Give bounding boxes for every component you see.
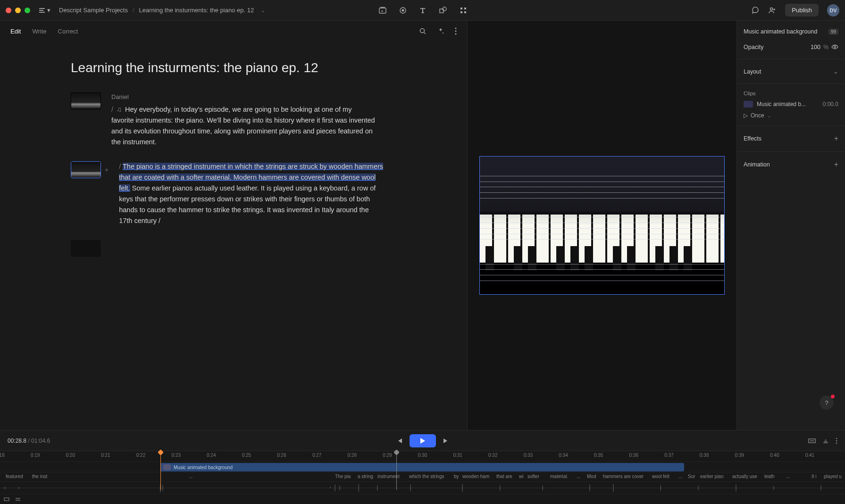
transcript-word[interactable]: the inst (32, 474, 47, 479)
chevron-down-icon[interactable]: ⌄ (260, 7, 266, 14)
search-icon[interactable] (419, 27, 427, 35)
transcript-word[interactable]: wi (519, 474, 523, 479)
playhead-marker[interactable] (160, 451, 161, 490)
comments-icon[interactable] (752, 6, 760, 14)
titlebar: ▾ Descript Sample Projects / Learning th… (0, 0, 845, 21)
more-vertical-icon[interactable] (836, 438, 837, 444)
collapse-track-icon[interactable] (4, 496, 9, 502)
properties-panel: Music animated background 99 Opacity 100… (736, 21, 845, 430)
maximize-window-icon[interactable] (25, 8, 30, 13)
record-icon[interactable] (399, 7, 407, 14)
window-controls (6, 8, 30, 13)
add-scene-icon[interactable]: + (105, 166, 109, 174)
page-title[interactable]: Learning the insturments: the piano ep. … (71, 60, 410, 75)
add-animation-icon[interactable]: + (834, 160, 838, 169)
timecode: 00:28.8 / 01:04.6 (8, 438, 50, 444)
skip-back-icon[interactable] (396, 438, 403, 444)
loop-row[interactable]: ▷ Once ⌄ (744, 112, 838, 119)
transcript-word[interactable]: wooden ham (462, 474, 489, 479)
ruler-tick: 0:18 (0, 451, 35, 462)
transcript-word[interactable]: leath (764, 474, 775, 479)
transcript-word[interactable]: that are (496, 474, 512, 479)
transcript-word[interactable]: wool felt (652, 474, 669, 479)
track-settings-icon[interactable] (15, 496, 21, 502)
shapes-tool-icon[interactable] (439, 6, 447, 15)
share-people-icon[interactable] (768, 6, 777, 15)
playback-controls (396, 434, 449, 447)
avatar[interactable]: DV (827, 4, 839, 17)
add-effect-icon[interactable]: + (834, 134, 838, 143)
transcript-word[interactable]: a string (358, 474, 373, 479)
zoom-timeline-icon[interactable] (822, 438, 829, 444)
apps-grid-icon[interactable] (460, 7, 467, 14)
scene-thumbnail-empty[interactable] (71, 240, 101, 257)
transcript-word[interactable]: ... (786, 474, 790, 479)
transcript-word[interactable]: Mod (587, 474, 596, 479)
clip-item[interactable]: Music animated b... 0:00.0 (744, 101, 838, 107)
transcript-word[interactable]: The pia (335, 474, 351, 479)
transport-bar: 00:28.8 / 01:04.6 (0, 430, 845, 451)
transcript-word[interactable]: featured (6, 474, 23, 479)
fit-width-icon[interactable] (808, 438, 816, 444)
transcript-text[interactable]: Hey everybody, in today's episode, we ar… (111, 106, 375, 146)
text-tool-icon[interactable] (419, 7, 427, 14)
clip-time: 0:00.0 (823, 101, 838, 107)
svg-point-20 (836, 440, 837, 441)
editor-column: Edit Write Correct Learning the insturme… (0, 21, 468, 430)
minimize-window-icon[interactable] (15, 8, 21, 13)
transcript-text[interactable]: Some earlier pianos actually used leathe… (119, 184, 376, 225)
ai-sparkle-icon[interactable] (437, 27, 444, 35)
transcript-word[interactable]: played u (824, 474, 842, 479)
play-button[interactable] (410, 434, 436, 447)
layout-row[interactable]: Layout ⌄ (744, 66, 838, 77)
editor-tabs: Edit Write Correct (0, 21, 467, 41)
animation-row[interactable]: Animation + (744, 158, 838, 171)
close-window-icon[interactable] (6, 8, 11, 13)
canvas-frame[interactable] (479, 156, 725, 295)
media-library-icon[interactable] (378, 6, 387, 15)
publish-button[interactable]: Publish (785, 4, 819, 17)
skip-forward-icon[interactable] (443, 438, 449, 444)
transcript-word[interactable]: actually use (732, 474, 757, 479)
layer-badge: 99 (828, 29, 838, 35)
project-menu-button[interactable]: ▾ (39, 7, 50, 14)
transcript-word[interactable]: earlier pian (700, 474, 723, 479)
more-vertical-icon[interactable] (455, 27, 457, 35)
transcript-word[interactable]: ... (577, 474, 580, 479)
svg-rect-11 (464, 11, 466, 13)
transcript-word[interactable]: material. (550, 474, 568, 479)
tab-correct[interactable]: Correct (58, 28, 78, 35)
video-clip[interactable]: Music animated background (160, 463, 684, 471)
breadcrumb-folder[interactable]: Descript Sample Projects (59, 7, 128, 14)
transcript-word[interactable]: which the strings (409, 474, 444, 479)
audio-waveform-track[interactable] (0, 481, 845, 494)
script-text[interactable]: / The piano is a stringed instrument in … (119, 161, 383, 227)
chevron-down-icon: ⌄ (767, 113, 771, 118)
transcript-word[interactable]: ... (189, 474, 192, 479)
transcript-word[interactable]: by (454, 474, 459, 479)
svg-rect-9 (464, 8, 466, 9)
help-button[interactable]: ? (820, 396, 834, 410)
visibility-icon[interactable] (831, 43, 838, 50)
ruler-tick: 0:24 (211, 451, 247, 462)
script-text[interactable]: Daniel / ♫ Hey everybody, in today's epi… (111, 92, 376, 148)
effects-row[interactable]: Effects + (744, 132, 838, 145)
transcript-word[interactable]: softer (527, 474, 539, 479)
opacity-value[interactable]: 100 (811, 44, 820, 50)
opacity-row: Opacity 100% (744, 41, 838, 52)
cursor-marker[interactable] (396, 451, 397, 490)
breadcrumb-project[interactable]: Learning the insturments: the piano ep. … (139, 7, 254, 14)
transcript-word[interactable]: hammers are cover (603, 474, 644, 479)
scene-thumbnail-selected[interactable] (71, 161, 101, 178)
tab-write[interactable]: Write (32, 28, 46, 35)
tab-edit[interactable]: Edit (10, 28, 21, 35)
scene-thumbnail[interactable] (71, 92, 101, 109)
transcript-track[interactable]: featuredthe inst...The piaa stringinstru… (0, 472, 845, 481)
script-document: Learning the insturments: the piano ep. … (0, 41, 467, 430)
video-track[interactable]: Music animated background (0, 462, 845, 472)
transcript-word[interactable]: ... (678, 474, 682, 479)
transcript-word[interactable]: Sor (688, 474, 695, 479)
transcript-word[interactable]: It i (812, 474, 817, 479)
timeline-ruler[interactable]: 0:180:190:200:210:220:230:240:250:260:27… (0, 451, 845, 462)
preview-panel (468, 21, 736, 430)
